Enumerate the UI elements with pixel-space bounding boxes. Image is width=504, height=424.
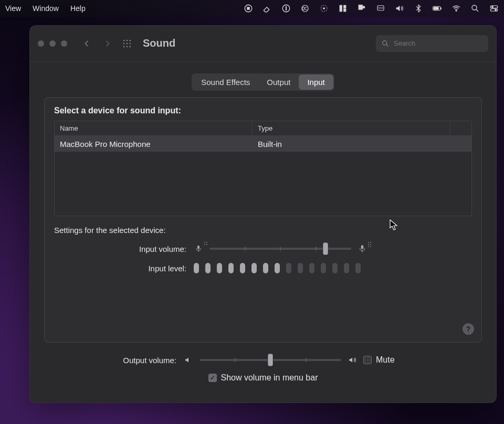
col-type[interactable]: Type — [253, 121, 450, 135]
level-segment — [355, 263, 361, 273]
tab-input[interactable]: Input — [299, 75, 333, 90]
mute-box[interactable] — [363, 356, 372, 364]
tab-output[interactable]: Output — [258, 75, 299, 90]
menu-view[interactable]: View — [5, 4, 21, 13]
input-volume-slider[interactable] — [194, 243, 472, 255]
svg-point-21 — [492, 6, 494, 8]
menu-right — [244, 4, 499, 13]
level-segment — [228, 263, 234, 273]
battery-icon[interactable] — [433, 4, 442, 13]
back-button[interactable] — [80, 36, 93, 51]
mic-loud-icon — [358, 244, 367, 253]
svg-rect-16 — [434, 7, 439, 9]
remote-icon[interactable] — [376, 4, 385, 13]
mute-checkbox[interactable]: Mute — [363, 355, 395, 365]
menu-help[interactable]: Help — [70, 4, 86, 13]
panels-icon[interactable] — [338, 4, 348, 13]
svg-point-27 — [123, 43, 125, 44]
level-segment — [321, 263, 326, 273]
titlebar: Sound — [29, 25, 497, 62]
window-controls — [38, 40, 67, 47]
svg-point-12 — [379, 8, 380, 9]
target-icon[interactable] — [319, 4, 329, 13]
col-name[interactable]: Name — [55, 121, 253, 135]
search-field[interactable] — [376, 35, 488, 52]
svg-point-14 — [382, 8, 383, 9]
input-volume-knob[interactable] — [323, 242, 328, 255]
input-volume-label: Input volume: — [54, 245, 186, 253]
level-segment — [344, 263, 349, 273]
svg-rect-3 — [286, 6, 287, 10]
sound-preferences-window: Sound Sound Effects Output Input Select … — [29, 25, 497, 403]
svg-rect-17 — [440, 8, 441, 9]
svg-point-29 — [130, 43, 131, 44]
bottom-area: Output volume: — [44, 354, 482, 383]
select-device-heading: Select a device for sound input: — [54, 106, 472, 115]
mic-quiet-icon — [194, 244, 203, 253]
level-segment — [194, 263, 199, 273]
speaker-loud-icon — [348, 355, 357, 365]
svg-rect-8 — [344, 9, 346, 12]
info-icon[interactable] — [281, 4, 291, 13]
level-segment — [332, 263, 338, 273]
show-all-button[interactable] — [122, 38, 132, 49]
col-spacer — [450, 121, 471, 135]
sound-icon[interactable] — [395, 4, 404, 13]
record-icon[interactable] — [244, 4, 253, 13]
show-volume-label: Show volume in menu bar — [221, 373, 318, 383]
search-input[interactable] — [394, 39, 483, 47]
svg-rect-34 — [197, 246, 200, 249]
bluetooth-icon[interactable] — [414, 4, 423, 13]
level-segment — [309, 263, 314, 273]
flag-icon[interactable] — [357, 4, 366, 13]
svg-point-23 — [495, 9, 497, 11]
show-volume-box[interactable] — [208, 374, 217, 382]
output-volume-slider[interactable] — [200, 354, 341, 366]
device-table: Name Type MacBook Pro Microphone Built-i… — [54, 121, 472, 216]
close-button[interactable] — [38, 40, 44, 47]
forward-button[interactable] — [101, 36, 114, 51]
input-level-meter — [194, 263, 472, 273]
svg-rect-35 — [361, 245, 364, 249]
device-type: Built-in — [253, 140, 450, 149]
input-level-label: Input level: — [54, 264, 186, 273]
level-segment — [263, 263, 268, 273]
spotlight-icon[interactable] — [470, 4, 480, 13]
svg-point-13 — [380, 8, 381, 9]
menubar: View Window Help — [0, 0, 504, 17]
svg-point-31 — [127, 46, 128, 47]
output-volume-row: Output volume: — [44, 354, 482, 366]
tabs: Sound Effects Output Input — [44, 73, 482, 91]
menu-window[interactable]: Window — [33, 4, 59, 13]
cc-icon[interactable] — [300, 4, 310, 13]
svg-point-25 — [127, 39, 128, 41]
eraser-icon[interactable] — [262, 4, 272, 13]
level-segment — [275, 263, 280, 273]
window-title: Sound — [143, 37, 175, 49]
wifi-icon[interactable] — [452, 4, 461, 13]
settings-heading: Settings for the selected device: — [54, 226, 472, 235]
search-icon — [381, 39, 390, 48]
zoom-button[interactable] — [61, 40, 67, 47]
svg-point-30 — [123, 46, 125, 47]
svg-point-19 — [472, 5, 477, 10]
mute-label: Mute — [376, 355, 395, 365]
svg-rect-9 — [359, 5, 363, 9]
level-segment — [217, 263, 222, 273]
table-row[interactable]: MacBook Pro Microphone Built-in — [55, 136, 471, 152]
output-volume-label: Output volume: — [44, 356, 176, 365]
table-header: Name Type — [55, 121, 471, 136]
show-volume-checkbox[interactable]: Show volume in menu bar — [208, 373, 318, 383]
tab-sound-effects[interactable]: Sound Effects — [193, 75, 258, 90]
control-center-icon[interactable] — [489, 4, 499, 13]
help-button[interactable]: ? — [463, 323, 474, 335]
input-level-row: Input level: — [54, 263, 472, 273]
minimize-button[interactable] — [49, 40, 56, 47]
level-segment — [298, 263, 303, 273]
menu-left: View Window Help — [5, 4, 86, 13]
svg-point-18 — [456, 10, 457, 11]
svg-rect-7 — [344, 5, 346, 8]
table-body: MacBook Pro Microphone Built-in — [55, 136, 471, 216]
svg-rect-6 — [340, 5, 342, 12]
output-volume-knob[interactable] — [268, 354, 273, 366]
